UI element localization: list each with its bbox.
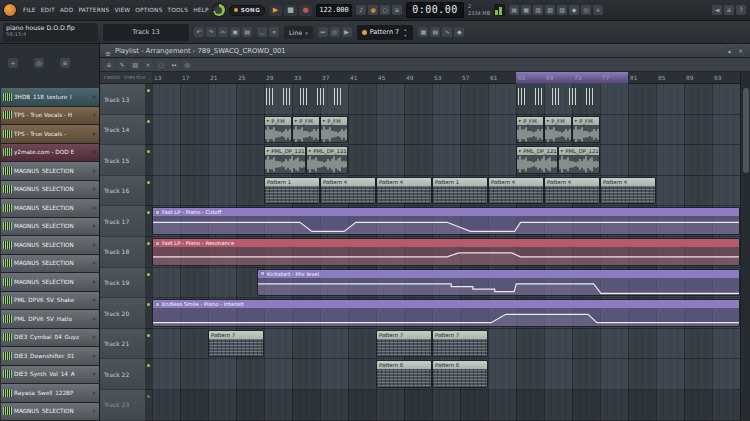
track-mute-cell[interactable] [145, 206, 152, 237]
pattern-clip[interactable]: Pattern 4 [376, 177, 432, 205]
browser-item[interactable]: DIE3_Downshifter_01+ [1, 347, 99, 366]
pattern-clip[interactable]: Pattern 7 [208, 330, 264, 358]
browser-item[interactable]: PML_DPV6_SV_Hatlo+ [1, 310, 99, 329]
slip-tool-icon[interactable]: ↔ [169, 60, 179, 70]
track-mute-cell[interactable] [145, 298, 152, 329]
undo-icon[interactable]: ↶ [194, 27, 204, 37]
track-mute-cell[interactable] [145, 268, 152, 299]
midi-clip[interactable] [264, 85, 348, 113]
audio-clip[interactable]: ▸P_FM [544, 116, 572, 144]
browser-item[interactable]: 3HDB_118_texture_l+ [1, 88, 99, 107]
menu-add[interactable]: ADD [60, 7, 74, 13]
browser-view-icon[interactable]: ▨ [557, 5, 567, 15]
browser-item[interactable]: DIE3_Cymbal_04_Guyz+ [1, 329, 99, 348]
stretch-option-label[interactable]: STRETCH [124, 75, 145, 80]
menu-edit[interactable]: EDIT [41, 7, 55, 13]
piano-roll-icon[interactable]: ▤ [430, 27, 440, 37]
pattern-clip[interactable]: Pattern 6 [376, 360, 432, 388]
browser-item[interactable]: MAGNUS_SELECTION+ [1, 273, 99, 292]
track-mute-cell[interactable] [145, 237, 152, 268]
graph-editor-icon[interactable]: ∿ [442, 27, 452, 37]
play-button[interactable]: ▶ [269, 5, 282, 16]
browser-item[interactable]: PML_DPV6_SV_Shake+ [1, 292, 99, 311]
automation-clip[interactable]: Endless Smile - Piano - Intensit [152, 299, 740, 327]
menu-tools[interactable]: TOOLS [168, 7, 189, 13]
draw-tool-icon[interactable]: ✎ [117, 60, 127, 70]
audio-clip[interactable]: ▸P_FM [264, 116, 292, 144]
menu-patterns[interactable]: PATTERNS [78, 7, 109, 13]
pattern-clip[interactable]: Pattern 1 [264, 177, 320, 205]
slide-tool-icon[interactable]: ↔ [318, 27, 328, 37]
track-header[interactable]: Track 14 [100, 115, 145, 146]
audio-clip[interactable]: ▸PML_DP_121BPM [306, 146, 348, 174]
audio-clip[interactable]: ▸PML_DP_121BPM [264, 146, 306, 174]
delete-tool-icon[interactable]: × [143, 60, 153, 70]
copy-icon[interactable]: ▣ [230, 27, 240, 37]
channel-rack-view-icon[interactable]: ▥ [533, 5, 543, 15]
browser-item[interactable]: MAGNUS_SELECTION+ [1, 181, 99, 200]
menu-file[interactable]: FILE [23, 7, 36, 13]
track-mute-cell[interactable] [145, 84, 152, 115]
track-header[interactable]: Track 15 [100, 145, 145, 176]
tempo-tap-icon[interactable]: + [593, 5, 603, 15]
browser-item[interactable]: TPS - True Vocals - H+ [1, 107, 99, 126]
automation-clip[interactable]: Fast LP - Piano - Resonance [152, 238, 740, 266]
stop-button[interactable]: ■ [284, 5, 297, 16]
browser-tab-list-icon[interactable]: ≡ [60, 58, 70, 68]
detach-icon[interactable]: ▴ [725, 46, 734, 55]
browser-item[interactable]: Rayasa_Swell_122BP+ [1, 384, 99, 403]
tempo-display[interactable]: 122.000 [316, 4, 352, 17]
audio-clip[interactable]: ▸PML_DP_121BPM [558, 146, 600, 174]
audio-clip[interactable]: ▸P_FM [572, 116, 600, 144]
audio-clip[interactable]: ▸P_FM [320, 116, 348, 144]
playback-tool-icon[interactable]: ▶ [342, 27, 352, 37]
browser-item[interactable]: MAGNUS_SELECTION+ [1, 255, 99, 274]
track-header[interactable]: Track 22 [100, 359, 145, 390]
redo-icon[interactable]: ↷ [206, 27, 216, 37]
pattern-clip[interactable]: Pattern 6 [432, 360, 488, 388]
track-mute-cell[interactable] [145, 115, 152, 146]
track-mute-cell[interactable] [145, 359, 152, 390]
track-header[interactable]: Track 21 [100, 329, 145, 360]
playlist-clip-area[interactable]: ▸P_FM▸P_FM▸P_FM▸P_FM▸P_FM▸P_FM▸PML_DP_12… [152, 84, 740, 421]
paste-icon[interactable]: ▤ [242, 27, 252, 37]
loop-record-icon[interactable]: ○ [380, 5, 390, 15]
pattern-clip[interactable]: Pattern 4 [600, 177, 656, 205]
track-header[interactable]: Track 19 [100, 268, 145, 299]
track-header[interactable]: Track 20 [100, 298, 145, 329]
browser-item[interactable]: TPS - True Vocals -+ [1, 125, 99, 144]
audio-clip[interactable]: ▸P_FM [516, 116, 544, 144]
browser-tab-add-icon[interactable]: + [8, 58, 18, 68]
browser-item[interactable]: y2mate.com - DOD E+ [1, 144, 99, 163]
browser-tab-target-icon[interactable]: ◎ [34, 58, 44, 68]
browser-item[interactable]: MAGNUS_SELECTION+ [1, 403, 99, 421]
audio-clip[interactable]: ▸PML_DP_121BPM [516, 146, 558, 174]
menu-options[interactable]: OPTIONS [135, 7, 162, 13]
audio-clip[interactable]: ▸P_FM [292, 116, 320, 144]
help-info-icon[interactable]: ? [736, 5, 746, 15]
pattern-picker-icon[interactable]: ▦ [418, 27, 428, 37]
song-mode-switch[interactable]: SONG [229, 5, 265, 16]
midi-clip[interactable] [516, 85, 600, 113]
pattern-clip[interactable]: Pattern 4 [544, 177, 600, 205]
vertical-scrollbar[interactable] [740, 72, 750, 421]
browser-item[interactable]: MAGNUS_SELECTION+ [1, 162, 99, 181]
plugin-picker-icon[interactable]: ◆ [569, 5, 579, 15]
zoom-tool-icon[interactable]: ◎ [330, 27, 340, 37]
mixer-view-icon[interactable]: ▧ [545, 5, 555, 15]
paint-tool-icon[interactable]: ▨ [130, 60, 140, 70]
pattern-clip[interactable]: Pattern 4 [488, 177, 544, 205]
metronome-icon[interactable]: ♪ [356, 5, 366, 15]
piano-roll-view-icon[interactable]: ▦ [521, 5, 531, 15]
master-volume-knob[interactable] [213, 4, 225, 16]
sliders-icon[interactable]: ≡ [724, 5, 734, 15]
pattern-selector[interactable]: Pattern 7 ▴▾ [357, 25, 414, 40]
cut-icon[interactable]: ✂ [218, 27, 228, 37]
record-button[interactable]: ● [299, 5, 312, 16]
playlist-titlebar[interactable]: Playlist - Arrangement - 789_SWACQ_CROWD… [100, 44, 750, 58]
track-header[interactable]: Track 23 [100, 390, 145, 421]
track-mute-cell[interactable] [145, 390, 152, 421]
link-icon[interactable]: ∞ [269, 27, 279, 37]
snap-magnet-icon[interactable]: ◡ [257, 27, 267, 37]
pattern-up-icon[interactable]: ▴ [402, 27, 408, 32]
